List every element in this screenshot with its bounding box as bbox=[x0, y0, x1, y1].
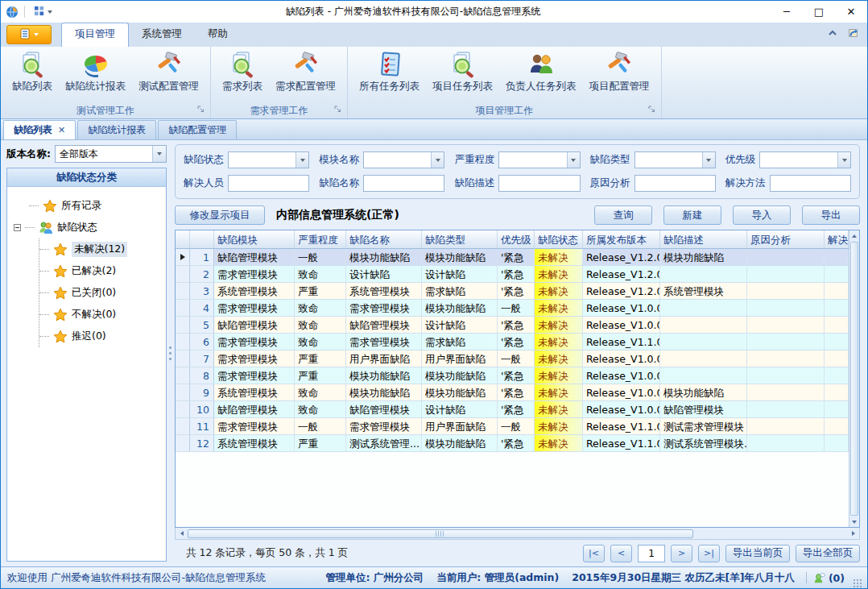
table-row[interactable]: 7 需求管理模块 严重 用户界面缺陷 用户界面缺陷 一般 未解决 Release… bbox=[176, 350, 849, 367]
cell-defect-name[interactable]: 用户界面缺陷 bbox=[346, 350, 422, 367]
version-combobox[interactable]: 全部版本 bbox=[55, 145, 167, 163]
cell-solution[interactable] bbox=[825, 401, 849, 417]
cell-release-version[interactable]: Release_V1.0.0 bbox=[583, 317, 660, 333]
tree-item-status[interactable]: 未解决(12) bbox=[39, 239, 163, 260]
cell-release-version[interactable]: Release_V1.2.0 bbox=[583, 266, 660, 282]
filter-input[interactable] bbox=[635, 176, 715, 191]
dropdown-arrow-icon[interactable] bbox=[567, 152, 580, 168]
table-row[interactable]: 12 系统管理模块 严重 测试系统管理... 模块功能缺陷 '紧急 未解决 Re… bbox=[176, 435, 849, 452]
dropdown-arrow-icon[interactable] bbox=[152, 146, 166, 162]
application-menu-button[interactable] bbox=[6, 25, 52, 44]
cell-solution[interactable] bbox=[825, 435, 849, 451]
filter-textbox[interactable] bbox=[228, 175, 309, 192]
cell-defect-module[interactable]: 需求管理模块 bbox=[214, 367, 295, 384]
doc-tab-defect-config[interactable]: 缺陷配置管理 bbox=[158, 120, 237, 139]
filter-input[interactable] bbox=[499, 152, 566, 168]
cell-release-version[interactable]: Release_V1.0.0 bbox=[583, 401, 660, 417]
table-row[interactable]: 10 缺陷管理模块 致命 缺陷管理模块 设计缺陷 '紧急 未解决 Release… bbox=[176, 401, 849, 418]
filter-combobox[interactable] bbox=[363, 151, 444, 168]
filter-input[interactable] bbox=[229, 152, 296, 168]
close-tab-icon[interactable]: ✕ bbox=[58, 125, 65, 135]
page-number-input[interactable] bbox=[638, 545, 665, 562]
cell-defect-description[interactable] bbox=[660, 317, 747, 333]
cell-defect-type[interactable]: 模块功能缺陷 bbox=[422, 384, 498, 400]
cell-cause-analysis[interactable] bbox=[747, 266, 825, 282]
tree-item-status[interactable]: 已解决(2) bbox=[39, 260, 163, 282]
filter-input[interactable] bbox=[771, 176, 850, 191]
cell-defect-module[interactable]: 系统管理模块 bbox=[214, 384, 295, 400]
cell-severity[interactable]: 严重 bbox=[295, 367, 346, 384]
dialog-launcher-button[interactable] bbox=[648, 104, 655, 115]
new-button[interactable]: 新建 bbox=[663, 205, 721, 225]
filter-input[interactable] bbox=[364, 152, 431, 168]
cell-defect-module[interactable]: 需求管理模块 bbox=[214, 300, 295, 316]
table-row[interactable]: 6 需求管理模块 致命 需求管理模块 需求缺陷 '紧急 未解决 Release_… bbox=[176, 334, 849, 350]
table-row[interactable]: 1 缺陷管理模块 一般 模块功能缺陷 模块功能缺陷 '紧急 未解决 Releas… bbox=[176, 249, 849, 266]
cell-defect-name[interactable]: 需求管理模块 bbox=[346, 418, 422, 434]
first-page-button[interactable]: |< bbox=[583, 545, 605, 562]
cell-solution[interactable] bbox=[825, 367, 849, 384]
cell-cause-analysis[interactable] bbox=[747, 317, 825, 333]
cell-severity[interactable]: 致命 bbox=[295, 266, 346, 282]
cell-release-version[interactable]: Release_V1.0.0 bbox=[583, 300, 660, 316]
filter-textbox[interactable] bbox=[363, 175, 444, 192]
splitter-handle[interactable] bbox=[167, 140, 174, 566]
cell-defect-type[interactable]: 设计缺陷 bbox=[422, 317, 498, 333]
cell-cause-analysis[interactable] bbox=[747, 435, 825, 451]
cell-defect-name[interactable]: 模块功能缺陷 bbox=[346, 384, 422, 400]
export-all-pages-button[interactable]: 导出全部页 bbox=[796, 545, 860, 562]
ribbon-button[interactable]: 项目配置管理 bbox=[583, 49, 656, 95]
cell-priority[interactable]: '紧急 bbox=[498, 334, 535, 350]
cell-defect-description[interactable] bbox=[660, 367, 747, 384]
cell-defect-description[interactable] bbox=[660, 350, 747, 367]
table-row[interactable]: 5 缺陷管理模块 致命 缺陷管理模块 设计缺陷 '紧急 未解决 Release_… bbox=[176, 317, 849, 334]
cell-defect-description[interactable]: 测试系统管理模块... bbox=[660, 435, 747, 451]
cell-priority[interactable]: '紧急 bbox=[498, 249, 535, 265]
cell-priority[interactable]: '紧急 bbox=[498, 435, 535, 451]
cell-defect-type[interactable]: 模块功能缺陷 bbox=[422, 300, 498, 316]
cell-defect-module[interactable]: 需求管理模块 bbox=[214, 350, 295, 367]
cell-defect-name[interactable]: 设计缺陷 bbox=[346, 266, 422, 282]
table-row[interactable]: 3 系统管理模块 严重 系统管理模块 需求缺陷 '紧急 未解决 Release_… bbox=[176, 283, 849, 300]
maximize-button[interactable]: □ bbox=[803, 1, 835, 23]
ribbon-button[interactable]: 项目任务列表 bbox=[426, 49, 499, 95]
column-header[interactable]: 解决方法 bbox=[825, 230, 849, 248]
table-row[interactable]: 2 需求管理模块 致命 设计缺陷 设计缺陷 '紧急 未解决 Release_V1… bbox=[176, 266, 849, 283]
cell-defect-description[interactable]: 模块功能缺陷 bbox=[660, 384, 747, 400]
tree-item-status[interactable]: 已关闭(0) bbox=[39, 282, 163, 304]
query-button[interactable]: 查询 bbox=[594, 205, 652, 225]
cell-defect-status[interactable]: 未解决 bbox=[535, 266, 583, 282]
filter-textbox[interactable] bbox=[634, 175, 716, 192]
cell-defect-name[interactable]: 测试系统管理... bbox=[346, 435, 422, 451]
cell-defect-module[interactable]: 系统管理模块 bbox=[214, 283, 295, 299]
ribbon-button[interactable]: 所有任务列表 bbox=[353, 49, 426, 95]
column-header[interactable]: 严重程度 bbox=[295, 230, 346, 248]
cell-defect-description[interactable]: 模块功能缺陷 bbox=[660, 249, 747, 265]
cell-defect-status[interactable]: 未解决 bbox=[535, 367, 583, 384]
filter-combobox[interactable] bbox=[634, 151, 716, 168]
filter-textbox[interactable] bbox=[498, 175, 580, 192]
cell-defect-type[interactable]: 设计缺陷 bbox=[422, 401, 498, 417]
dropdown-arrow-icon[interactable] bbox=[837, 152, 850, 168]
cell-priority[interactable]: '紧急 bbox=[498, 317, 535, 333]
cell-severity[interactable]: 一般 bbox=[295, 249, 346, 265]
column-header[interactable]: 缺陷模块 bbox=[214, 230, 295, 248]
filter-input[interactable] bbox=[499, 176, 579, 191]
doc-tab-defect-list[interactable]: 缺陷列表 ✕ bbox=[3, 120, 76, 139]
cell-defect-status[interactable]: 未解决 bbox=[535, 350, 583, 367]
cell-defect-status[interactable]: 未解决 bbox=[535, 300, 583, 316]
cell-solution[interactable] bbox=[825, 350, 849, 367]
horizontal-scrollbar[interactable] bbox=[175, 528, 860, 540]
collapse-ribbon-button[interactable] bbox=[827, 27, 838, 41]
cell-defect-name[interactable]: 系统管理模块 bbox=[346, 283, 422, 299]
filter-input[interactable] bbox=[635, 152, 702, 168]
scroll-right-icon[interactable] bbox=[847, 528, 859, 539]
minimize-button[interactable]: ─ bbox=[771, 1, 803, 23]
cell-defect-name[interactable]: 需求管理模块 bbox=[346, 334, 422, 350]
ribbon-button[interactable]: 测试配置管理 bbox=[132, 49, 205, 95]
column-header[interactable]: 优先级 bbox=[498, 230, 535, 248]
cell-defect-type[interactable]: 模块功能缺陷 bbox=[422, 367, 498, 384]
cell-defect-status[interactable]: 未解决 bbox=[535, 418, 583, 434]
cell-solution[interactable] bbox=[825, 384, 849, 400]
scroll-left-icon[interactable] bbox=[176, 528, 188, 539]
